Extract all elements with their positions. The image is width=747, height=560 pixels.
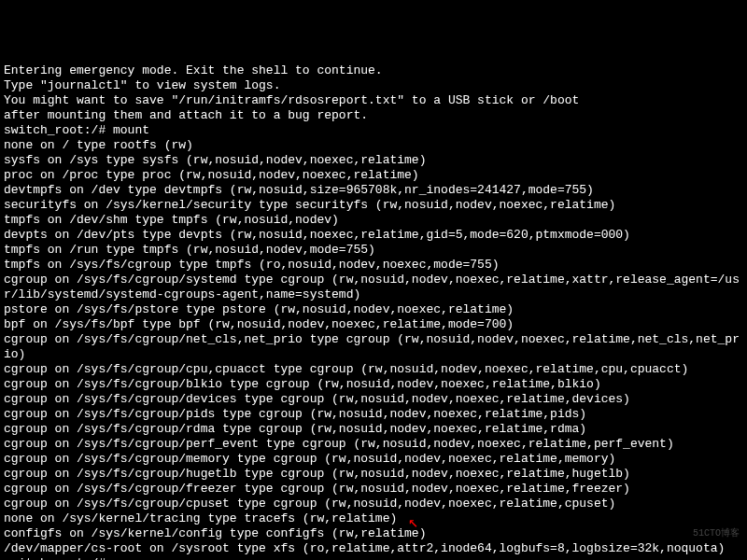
terminal-line: none on /sys/kernel/tracing type tracefs… xyxy=(4,511,743,526)
terminal-line: cgroup on /sys/fs/cgroup/systemd type cg… xyxy=(4,273,743,302)
terminal-line: cgroup on /sys/fs/cgroup/cpuset type cgr… xyxy=(4,497,743,511)
watermark-text: 51CTO博客 xyxy=(693,526,740,541)
terminal-output[interactable]: Entering emergency mode. Exit the shell … xyxy=(4,63,743,560)
terminal-line: securityfs on /sys/kernel/security type … xyxy=(4,198,743,213)
terminal-line: Type "journalctl" to view system logs. xyxy=(4,78,743,93)
terminal-line: You might want to save "/run/initramfs/r… xyxy=(4,93,743,108)
terminal-line: cgroup on /sys/fs/cgroup/freezer type cg… xyxy=(4,482,743,497)
terminal-line: devpts on /dev/pts type devpts (rw,nosui… xyxy=(4,228,743,243)
terminal-line: after mounting them and attach it to a b… xyxy=(4,108,743,123)
terminal-line: cgroup on /sys/fs/cgroup/pids type cgrou… xyxy=(4,407,743,422)
terminal-line: cgroup on /sys/fs/cgroup/cpu,cpuacct typ… xyxy=(4,362,743,377)
terminal-line: switch_root:/# mount xyxy=(4,123,743,138)
terminal-line: cgroup on /sys/fs/cgroup/net_cls,net_pri… xyxy=(4,332,743,362)
terminal-line: cgroup on /sys/fs/cgroup/rdma type cgrou… xyxy=(4,422,743,437)
terminal-line: proc on /proc type proc (rw,nosuid,nodev… xyxy=(4,168,743,183)
terminal-line: none on / type rootfs (rw) xyxy=(4,138,743,153)
terminal-line: tmpfs on /run type tmpfs (rw,nosuid,node… xyxy=(4,243,743,258)
terminal-line: /dev/mapper/cs-root on /sysroot type xfs… xyxy=(4,541,743,556)
terminal-line: configfs on /sys/kernel/config type conf… xyxy=(4,526,743,541)
terminal-line: cgroup on /sys/fs/cgroup/memory type cgr… xyxy=(4,452,743,467)
terminal-line: cgroup on /sys/fs/cgroup/perf_event type… xyxy=(4,437,743,452)
terminal-line: tmpfs on /sys/fs/cgroup type tmpfs (ro,n… xyxy=(4,258,743,273)
terminal-line: cgroup on /sys/fs/cgroup/devices type cg… xyxy=(4,392,743,407)
terminal-line: tmpfs on /dev/shm type tmpfs (rw,nosuid,… xyxy=(4,213,743,228)
terminal-line: cgroup on /sys/fs/cgroup/hugetlb type cg… xyxy=(4,467,743,482)
terminal-line: Entering emergency mode. Exit the shell … xyxy=(4,63,743,78)
terminal-line: switch_root:/# xyxy=(4,556,743,560)
terminal-line: devtmpfs on /dev type devtmpfs (rw,nosui… xyxy=(4,183,743,198)
terminal-line: cgroup on /sys/fs/cgroup/blkio type cgro… xyxy=(4,377,743,392)
terminal-line: bpf on /sys/fs/bpf type bpf (rw,nosuid,n… xyxy=(4,317,743,332)
terminal-line: pstore on /sys/fs/pstore type pstore (rw… xyxy=(4,302,743,317)
terminal-line: sysfs on /sys type sysfs (rw,nosuid,node… xyxy=(4,153,743,168)
